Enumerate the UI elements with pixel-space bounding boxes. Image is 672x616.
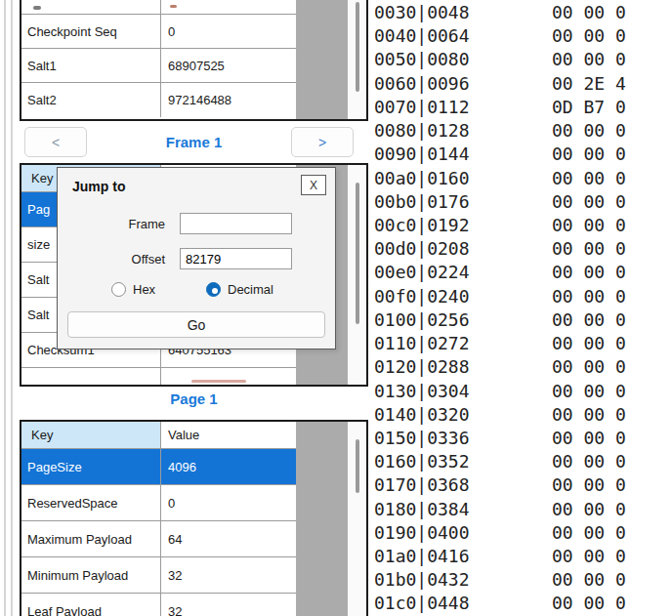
value-cell: 32 [161, 557, 296, 593]
frame-input[interactable] [180, 213, 292, 234]
hex-line: 01b0|043200 00 0 [374, 568, 672, 592]
hex-bytes: 00 00 0 [552, 25, 626, 46]
hex-line: 0130|030400 00 0 [374, 380, 672, 403]
table-row[interactable]: Checkpoint Seq 0 [21, 15, 296, 49]
hex-bytes: 00 00 0 [552, 168, 626, 188]
hex-bytes: 00 00 0 [552, 474, 626, 495]
close-icon[interactable]: X [301, 175, 326, 195]
hex-line: 0120|028800 00 0 [374, 355, 672, 379]
hex-line: 0180|038400 00 0 [374, 498, 672, 521]
hex-offset: 0060|0096 [374, 72, 552, 96]
table-scrollbar[interactable] [348, 0, 366, 119]
hex-offset: 00d0|0208 [374, 237, 552, 261]
table-header-row: Key Value [21, 422, 296, 449]
hex-bytes: 00 00 0 [552, 404, 626, 425]
hex-offset: 0050|0080 [374, 48, 552, 71]
offset-input[interactable] [180, 248, 292, 269]
scrollbar-thumb[interactable] [356, 183, 359, 324]
hex-offset: 0100|0256 [374, 308, 552, 332]
edge-line [4, 0, 6, 616]
hex-line: 0060|009600 2E 4 [374, 72, 672, 96]
key-header-cell: Key [21, 422, 161, 448]
value-cell: 68907525 [161, 49, 296, 82]
hex-bytes: 0D B7 0 [552, 97, 626, 117]
hex-offset: 00e0|0224 [374, 261, 552, 284]
key-cell: Checkpoint Seq [21, 15, 161, 48]
hex-offset: 01c0|0448 [374, 592, 552, 615]
hex-offset: 0040|0064 [374, 24, 552, 48]
hex-bytes: 00 00 0 [552, 522, 626, 543]
hex-offset: 0170|0368 [374, 473, 552, 497]
go-button[interactable]: Go [67, 311, 325, 338]
table-scrollbar[interactable] [348, 422, 366, 616]
hex-line: 00e0|022400 00 0 [374, 261, 672, 284]
table-scrollbar[interactable] [348, 165, 366, 385]
offset-field-label: Offset [58, 252, 165, 267]
hex-line: 00a0|016000 00 0 [374, 167, 672, 190]
jump-to-dialog: Jump to X Frame Offset Hex Decimal Go [57, 167, 336, 349]
hex-bytes: 00 00 0 [552, 356, 626, 377]
hex-bytes: 00 00 0 [552, 191, 626, 212]
hex-offset: 0110|0272 [374, 332, 552, 355]
next-frame-button[interactable]: > [291, 127, 354, 157]
hex-offset: 0150|0336 [374, 427, 552, 450]
table-row[interactable]: Salt2 972146488 [21, 83, 296, 117]
hex-radio-label: Hex [133, 282, 155, 297]
table-filler-column [296, 422, 348, 616]
key-cell: ReservedSpace [21, 485, 161, 520]
table-row[interactable]: Maximum Payload 64 [21, 521, 296, 557]
page-table: Key Value PageSize 4096 ReservedSpace 0 … [20, 420, 368, 616]
hex-radio[interactable] [111, 282, 126, 297]
hex-bytes: 00 00 0 [552, 238, 626, 259]
scrollbar-thumb[interactable] [356, 439, 359, 493]
hex-offset: 0190|0400 [374, 521, 552, 545]
hex-offset: 0120|0288 [374, 355, 552, 379]
page-title: Page 1 [20, 390, 368, 407]
hex-bytes: 00 2E 4 [552, 73, 626, 94]
decimal-radio[interactable] [206, 282, 221, 297]
hex-bytes: 00 00 0 [552, 120, 626, 141]
hex-dump-view[interactable]: 0030|004800 00 0 0040|006400 00 0 0050|0… [374, 1, 672, 616]
table-row[interactable]: Salt1 68907525 [21, 49, 296, 83]
value-cell: 32 [161, 594, 296, 616]
hex-offset: 0140|0320 [374, 403, 552, 427]
hex-offset: 00a0|0160 [374, 167, 552, 190]
hex-line: 01a0|041600 00 0 [374, 545, 672, 568]
table-row[interactable]: ReservedSpace 0 [21, 485, 296, 521]
dialog-title: Jump to [72, 179, 125, 194]
table-row-clipped[interactable] [21, 0, 296, 15]
hex-bytes: 00 00 0 [552, 381, 626, 401]
hex-offset: 00f0|0240 [374, 285, 552, 308]
hex-offset: 00c0|0192 [374, 214, 552, 237]
table-row[interactable]: Leaf Payload 32 [21, 594, 296, 616]
hex-line: 00b0|017600 00 0 [374, 190, 672, 214]
hex-bytes: 00 00 0 [552, 215, 626, 235]
key-cell: PageSize [21, 449, 161, 484]
left-edge-scrollbar[interactable] [0, 0, 16, 616]
decimal-radio-label: Decimal [228, 282, 273, 297]
hex-offset: 0080|0128 [374, 119, 552, 143]
hex-line: 0150|033600 00 0 [374, 427, 672, 450]
hex-line: 0170|036800 00 0 [374, 473, 672, 497]
hex-bytes: 00 00 0 [552, 309, 626, 330]
frame-field-label: Frame [58, 217, 165, 231]
clipped-text-artifact [33, 6, 41, 10]
hex-line: 0190|040000 00 0 [374, 521, 672, 545]
clipped-text-artifact [191, 380, 246, 383]
table-row[interactable]: Minimum Payload 32 [21, 557, 296, 594]
hex-line: 0050|008000 00 0 [374, 48, 672, 71]
table-row-clipped[interactable] [21, 368, 296, 385]
hex-offset: 0070|0112 [374, 96, 552, 119]
app-window: Checkpoint Seq 0 Salt1 68907525 Salt2 97… [0, 0, 672, 616]
hex-line: 0070|01120D B7 0 [374, 96, 672, 119]
hex-offset: 01a0|0416 [374, 545, 552, 568]
scrollbar-thumb[interactable] [356, 2, 359, 92]
key-cell [21, 368, 161, 385]
radio-dot [212, 288, 218, 294]
table-row[interactable]: PageSize 4096 [21, 449, 296, 485]
hex-line: 00d0|020800 00 0 [374, 237, 672, 261]
hex-offset: 01b0|0432 [374, 568, 552, 592]
key-cell: Salt2 [21, 83, 161, 117]
key-cell: Leaf Payload [21, 594, 161, 616]
hex-line: 00c0|019200 00 0 [374, 214, 672, 237]
